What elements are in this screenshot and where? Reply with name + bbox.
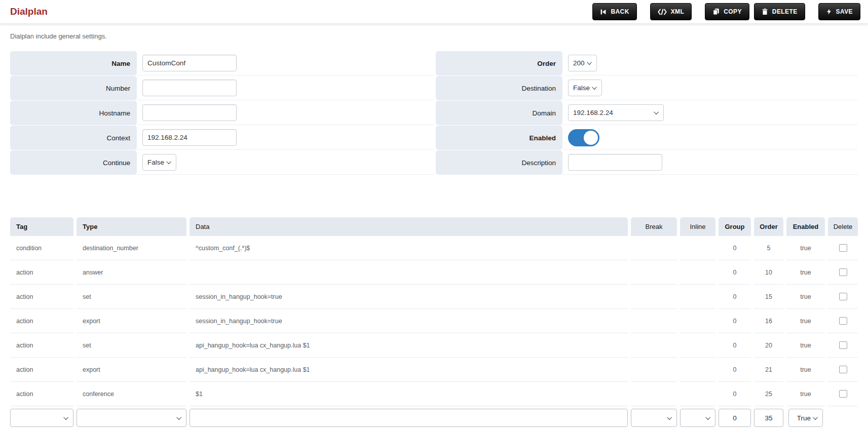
new-tag-select[interactable]	[10, 409, 73, 427]
cell-type: set	[77, 285, 186, 309]
back-button-label: BACK	[611, 8, 629, 15]
description-input[interactable]	[568, 154, 662, 171]
xml-button[interactable]: XML	[650, 3, 692, 20]
context-label: Context	[10, 126, 137, 150]
new-break-select[interactable]	[631, 409, 677, 427]
name-label: Name	[10, 51, 137, 75]
delete-checkbox[interactable]	[839, 390, 847, 398]
chevron-down-icon	[667, 415, 672, 420]
copy-button-label: COPY	[724, 8, 742, 15]
form-row-enabled: Enabled	[436, 126, 858, 150]
delete-button[interactable]: DELETE	[754, 3, 805, 20]
cell-order: 20	[754, 333, 783, 358]
form-row-name: Name	[10, 51, 434, 75]
cell-type: conference	[77, 382, 186, 406]
column-header-tag[interactable]: Tag	[10, 217, 73, 236]
column-header-group[interactable]: Group	[719, 217, 751, 236]
enabled-toggle[interactable]	[568, 129, 599, 146]
copy-icon	[712, 8, 720, 15]
table-row: actionexportsession_in_hangup_hook=true0…	[10, 309, 858, 333]
code-icon	[658, 9, 667, 15]
chevron-down-icon	[813, 415, 818, 420]
continue-select-value: False	[147, 159, 164, 166]
delete-checkbox[interactable]	[839, 268, 847, 276]
cell-break	[631, 382, 677, 406]
column-header-order[interactable]: Order	[754, 217, 783, 236]
delete-checkbox[interactable]	[839, 293, 847, 300]
order-select-value: 200	[573, 59, 585, 67]
hostname-input[interactable]	[142, 104, 237, 121]
domain-select-value: 192.168.2.24	[573, 109, 613, 116]
cell-data	[190, 260, 628, 285]
table-row: conditiondestination_number^custom_conf_…	[10, 236, 858, 260]
hostname-label: Hostname	[10, 101, 137, 125]
cell-group: 0	[719, 260, 751, 285]
chevron-down-icon	[63, 415, 68, 420]
chevron-down-icon	[654, 109, 659, 114]
new-order-input[interactable]	[754, 409, 783, 427]
form-row-continue: Continue False	[10, 150, 434, 175]
destination-select[interactable]: False	[568, 80, 602, 96]
save-button[interactable]: SAVE	[818, 3, 860, 20]
new-group-input[interactable]	[719, 409, 751, 427]
cell-order: 5	[754, 236, 783, 260]
cell-group: 0	[719, 309, 751, 333]
cell-tag: condition	[10, 236, 73, 260]
continue-label: Continue	[10, 150, 137, 175]
cell-data: api_hangup_hook=lua cx_hangup.lua $1	[190, 358, 628, 382]
cell-data: $1	[190, 382, 628, 406]
context-input[interactable]	[142, 129, 237, 146]
cell-order: 10	[754, 260, 783, 285]
dialplan-details-table: Tag Type Data Break Inline Group Order E…	[10, 217, 858, 427]
delete-checkbox[interactable]	[839, 244, 847, 252]
cell-delete	[828, 236, 858, 260]
cell-delete	[828, 382, 858, 406]
cell-break	[631, 358, 677, 382]
form-row-hostname: Hostname	[10, 101, 434, 125]
order-select[interactable]: 200	[568, 55, 597, 71]
cell-data: session_in_hangup_hook=true	[190, 285, 628, 309]
new-type-select[interactable]	[77, 409, 186, 427]
cell-tag: action	[10, 285, 73, 309]
cell-group: 0	[719, 285, 751, 309]
trash-icon	[762, 8, 768, 15]
column-header-enabled[interactable]: Enabled	[786, 217, 825, 236]
copy-button[interactable]: COPY	[705, 3, 749, 20]
form-row-context: Context	[10, 126, 434, 150]
continue-select[interactable]: False	[142, 154, 176, 171]
number-input[interactable]	[142, 80, 237, 96]
table-header-row: Tag Type Data Break Inline Group Order E…	[10, 217, 858, 236]
cell-break	[631, 285, 677, 309]
table-row: actionanswer010true	[10, 260, 858, 285]
name-input[interactable]	[142, 55, 237, 71]
cell-enabled: true	[786, 382, 825, 406]
cell-inline	[680, 260, 715, 285]
delete-checkbox[interactable]	[839, 341, 847, 349]
new-inline-select[interactable]	[680, 409, 715, 427]
xml-button-label: XML	[671, 8, 685, 15]
cell-type: set	[77, 333, 186, 358]
skip-back-icon	[600, 9, 607, 15]
table-row: actionsetsession_in_hangup_hook=true015t…	[10, 285, 858, 309]
new-enabled-select[interactable]: True	[788, 409, 823, 427]
delete-checkbox[interactable]	[839, 317, 847, 325]
cell-delete	[828, 333, 858, 358]
cell-delete	[828, 285, 858, 309]
chevron-down-icon	[166, 159, 171, 164]
cell-inline	[680, 333, 715, 358]
table-row: actionexportapi_hangup_hook=lua cx_hangu…	[10, 358, 858, 382]
new-data-input[interactable]	[190, 409, 628, 427]
cell-order: 16	[754, 309, 783, 333]
form-column-right: Order 200 Destination False Domain 1	[436, 51, 858, 175]
cell-data: session_in_hangup_hook=true	[190, 309, 628, 333]
delete-checkbox[interactable]	[839, 366, 847, 373]
cell-delete	[828, 260, 858, 285]
chevron-down-icon	[592, 85, 597, 90]
form-row-description: Description	[436, 150, 858, 175]
dialplan-form: Name Number Hostname Context Continue	[10, 51, 858, 175]
column-header-data: Data	[190, 217, 628, 236]
column-header-type[interactable]: Type	[77, 217, 186, 236]
back-button[interactable]: BACK	[592, 3, 636, 20]
cell-tag: action	[10, 260, 73, 285]
domain-select[interactable]: 192.168.2.24	[568, 104, 664, 121]
